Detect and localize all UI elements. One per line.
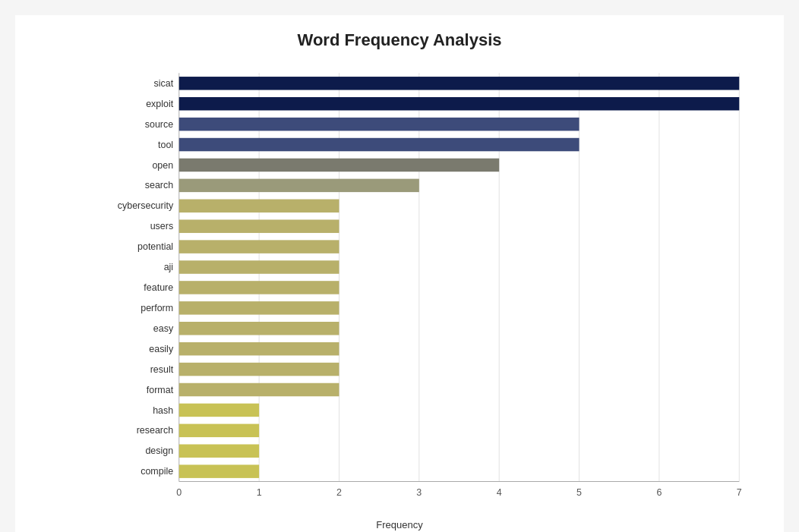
svg-text:6: 6 <box>656 486 662 499</box>
svg-rect-20 <box>179 118 580 131</box>
svg-rect-40 <box>179 322 339 335</box>
svg-text:search: search <box>145 179 173 191</box>
svg-text:design: design <box>145 445 173 457</box>
svg-text:cybersecurity: cybersecurity <box>118 200 174 212</box>
svg-text:tool: tool <box>158 138 173 150</box>
svg-rect-30 <box>179 219 339 232</box>
svg-text:hash: hash <box>153 404 173 416</box>
svg-rect-16 <box>179 77 739 90</box>
svg-rect-46 <box>179 383 339 396</box>
svg-text:exploit: exploit <box>146 97 173 109</box>
svg-rect-36 <box>179 281 339 294</box>
svg-rect-32 <box>179 240 339 253</box>
svg-rect-38 <box>179 301 339 314</box>
x-axis-title: Frequency <box>38 519 761 530</box>
svg-rect-28 <box>179 200 339 212</box>
svg-text:open: open <box>152 159 173 171</box>
svg-text:5: 5 <box>576 486 582 499</box>
chart-container: Word Frequency Analysis 01234567sicatexp… <box>15 15 784 532</box>
svg-text:research: research <box>137 424 173 436</box>
svg-text:0: 0 <box>176 486 182 499</box>
svg-text:perform: perform <box>141 302 173 314</box>
svg-rect-42 <box>179 342 339 355</box>
svg-rect-44 <box>179 363 339 376</box>
svg-rect-22 <box>179 138 580 151</box>
svg-rect-50 <box>179 424 259 437</box>
svg-text:sicat: sicat <box>154 77 174 89</box>
svg-text:users: users <box>150 220 174 232</box>
svg-text:4: 4 <box>497 486 502 499</box>
svg-text:3: 3 <box>416 486 422 499</box>
svg-rect-34 <box>179 260 339 273</box>
svg-text:easily: easily <box>149 342 173 354</box>
svg-rect-48 <box>179 404 259 417</box>
svg-rect-18 <box>179 97 739 110</box>
chart-title: Word Frequency Analysis <box>38 30 761 50</box>
svg-text:source: source <box>145 118 173 130</box>
svg-rect-26 <box>179 179 419 192</box>
bar-chart: 01234567sicatexploitsourcetoolopensearch… <box>106 65 761 513</box>
svg-text:compile: compile <box>141 465 173 477</box>
svg-text:feature: feature <box>144 282 173 294</box>
svg-text:7: 7 <box>737 486 742 499</box>
svg-text:potential: potential <box>137 241 173 253</box>
svg-text:1: 1 <box>257 486 262 499</box>
svg-text:result: result <box>150 363 174 375</box>
svg-text:aji: aji <box>164 261 173 273</box>
svg-text:2: 2 <box>336 486 342 499</box>
svg-text:format: format <box>147 383 174 395</box>
svg-rect-24 <box>179 159 499 172</box>
svg-rect-52 <box>179 444 259 457</box>
svg-rect-54 <box>179 464 259 477</box>
svg-text:easy: easy <box>153 322 174 334</box>
